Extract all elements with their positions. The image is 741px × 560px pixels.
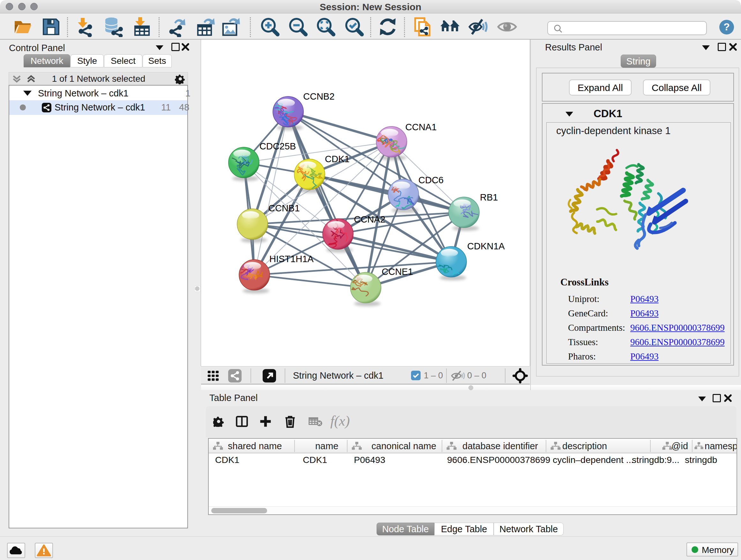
svg-text:RB1: RB1 — [480, 192, 498, 202]
svg-text:CCNA2: CCNA2 — [354, 214, 385, 225]
svg-text:HIST1H1A: HIST1H1A — [269, 254, 314, 264]
svg-text:CCNE1: CCNE1 — [382, 266, 413, 277]
svg-text:CCNB1: CCNB1 — [268, 203, 300, 213]
svg-text:CCNA1: CCNA1 — [405, 122, 436, 132]
svg-text:CCNB2: CCNB2 — [303, 91, 334, 102]
svg-text:CDKN1A: CDKN1A — [467, 241, 505, 251]
svg-text:CDC6: CDC6 — [418, 175, 444, 185]
svg-text:CDC25B: CDC25B — [259, 141, 296, 151]
svg-text:CDK1: CDK1 — [325, 154, 349, 164]
